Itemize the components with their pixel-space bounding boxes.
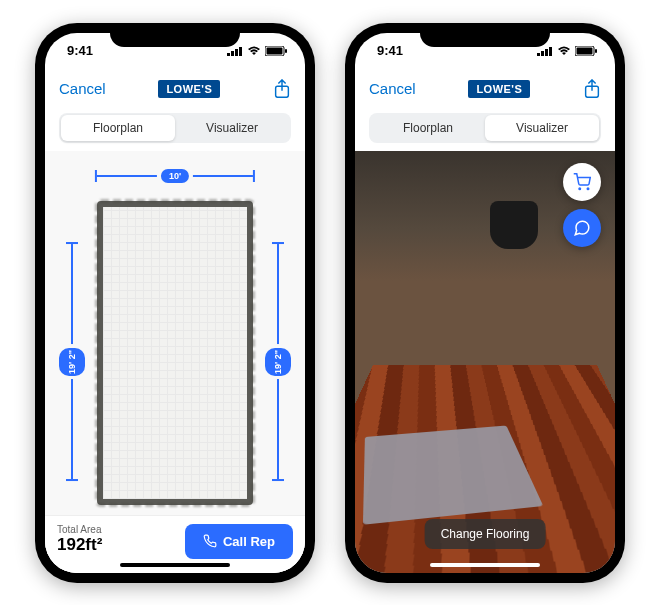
status-time: 9:41 xyxy=(67,43,93,58)
change-flooring-button[interactable]: Change Flooring xyxy=(425,519,546,549)
brand-logo: LOWE'S xyxy=(158,80,220,98)
cart-icon xyxy=(573,173,591,191)
phone-icon xyxy=(203,534,217,548)
brand-logo: LOWE'S xyxy=(468,80,530,98)
floorplan-canvas: 10' 10' 19' 2" 19' 2" xyxy=(45,151,305,573)
svg-rect-5 xyxy=(267,47,283,54)
tab-visualizer[interactable]: Visualizer xyxy=(485,115,599,141)
svg-rect-1 xyxy=(231,51,234,56)
dimension-top-label: 10' xyxy=(161,169,189,183)
floorplan-content[interactable]: 10' 10' 19' 2" 19' 2" xyxy=(45,151,305,573)
visualizer-content[interactable]: Change Flooring xyxy=(355,151,615,573)
screen-visualizer: 9:41 Cancel LOWE'S Floorplan Visualizer xyxy=(355,33,615,573)
wifi-icon xyxy=(557,46,571,56)
total-area: Total Area 192ft² xyxy=(57,524,175,559)
cancel-button[interactable]: Cancel xyxy=(369,80,416,97)
share-icon[interactable] xyxy=(273,79,291,99)
signal-icon xyxy=(227,46,243,56)
total-area-label: Total Area xyxy=(57,524,175,535)
svg-point-16 xyxy=(579,188,581,190)
battery-icon xyxy=(265,46,287,56)
dimension-top: 10' xyxy=(95,169,255,183)
visualizer-canvas: Change Flooring xyxy=(355,151,615,573)
status-icons xyxy=(537,46,597,56)
chat-icon xyxy=(573,219,591,237)
notch xyxy=(110,23,240,47)
share-icon[interactable] xyxy=(583,79,601,99)
room-scan xyxy=(97,201,253,505)
tab-visualizer[interactable]: Visualizer xyxy=(175,115,289,141)
cancel-button[interactable]: Cancel xyxy=(59,80,106,97)
navbar: Cancel LOWE'S xyxy=(45,69,305,109)
tab-segmented[interactable]: Floorplan Visualizer xyxy=(369,113,601,143)
status-time: 9:41 xyxy=(377,43,403,58)
call-rep-button[interactable]: Call Rep xyxy=(185,524,293,559)
svg-rect-3 xyxy=(239,47,242,56)
wifi-icon xyxy=(247,46,261,56)
status-icons xyxy=(227,46,287,56)
screen-floorplan: 9:41 Cancel LOWE'S Floorplan Visualizer … xyxy=(45,33,305,573)
dimension-left: 19' 2" xyxy=(59,242,85,482)
svg-rect-2 xyxy=(235,49,238,56)
tab-segmented[interactable]: Floorplan Visualizer xyxy=(59,113,291,143)
home-indicator[interactable] xyxy=(430,563,540,567)
navbar: Cancel LOWE'S xyxy=(355,69,615,109)
svg-rect-14 xyxy=(595,49,597,53)
svg-rect-8 xyxy=(537,53,540,56)
signal-icon xyxy=(537,46,553,56)
svg-point-17 xyxy=(587,188,589,190)
dimension-left-label: 19' 2" xyxy=(59,348,85,376)
dimension-right-label: 19' 2" xyxy=(265,348,291,376)
svg-rect-11 xyxy=(549,47,552,56)
svg-rect-6 xyxy=(285,49,287,53)
tab-floorplan[interactable]: Floorplan xyxy=(371,115,485,141)
phone-left: 9:41 Cancel LOWE'S Floorplan Visualizer … xyxy=(35,23,315,583)
cart-button[interactable] xyxy=(563,163,601,201)
dimension-right: 19' 2" xyxy=(265,242,291,482)
svg-rect-10 xyxy=(545,49,548,56)
tab-floorplan[interactable]: Floorplan xyxy=(61,115,175,141)
call-rep-label: Call Rep xyxy=(223,534,275,549)
chair-object xyxy=(490,201,538,249)
home-indicator[interactable] xyxy=(120,563,230,567)
phone-right: 9:41 Cancel LOWE'S Floorplan Visualizer xyxy=(345,23,625,583)
svg-rect-13 xyxy=(577,47,593,54)
svg-rect-0 xyxy=(227,53,230,56)
total-area-value: 192ft² xyxy=(57,535,175,555)
svg-rect-9 xyxy=(541,51,544,56)
notch xyxy=(420,23,550,47)
chat-button[interactable] xyxy=(563,209,601,247)
battery-icon xyxy=(575,46,597,56)
